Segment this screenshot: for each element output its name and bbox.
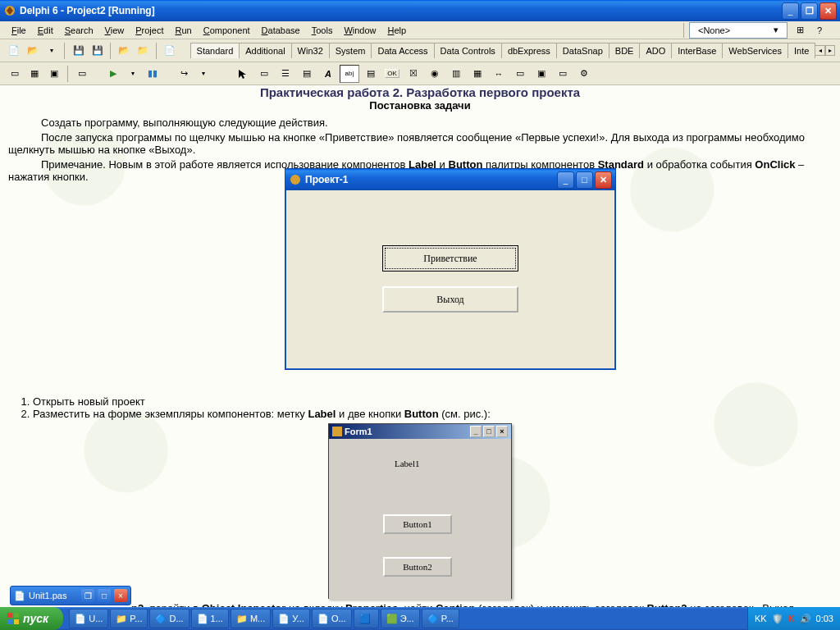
checkbox-icon[interactable]: ☒	[404, 65, 423, 83]
unit1-max-button[interactable]: □	[98, 589, 111, 602]
menu-tools[interactable]: Tools	[307, 24, 338, 37]
menu-search[interactable]: Search	[60, 24, 98, 37]
task-item-6[interactable]: 📄O...	[312, 609, 352, 628]
toggle-form-unit-button[interactable]: ▣	[45, 65, 63, 83]
task-item-7[interactable]: 🟦	[354, 609, 379, 628]
unit1-close-button[interactable]: ×	[114, 589, 127, 602]
unit1-minimized-tab[interactable]: 📄 Unit1.pas ❐ □ ×	[10, 586, 131, 605]
form1-label1[interactable]: Label1	[395, 459, 420, 468]
tab-datacontrols[interactable]: Data Controls	[434, 43, 502, 58]
task-item-2[interactable]: 🔷D...	[149, 609, 189, 628]
task-item-8[interactable]: 🟩Э...	[381, 609, 420, 628]
running-max-button[interactable]: □	[576, 171, 593, 189]
tab-ado[interactable]: ADO	[639, 43, 672, 58]
tray-icon-3[interactable]: 🔊	[800, 614, 811, 624]
tab-dbexpress[interactable]: dbExpress	[501, 43, 557, 58]
new-button[interactable]: 📄	[6, 42, 23, 60]
tabs-scroll-right[interactable]: ▸	[825, 45, 835, 56]
tab-additional[interactable]: Additional	[239, 43, 291, 58]
tray-icon-1[interactable]: 🛡️	[772, 614, 783, 624]
edit-icon[interactable]: ab|	[340, 65, 359, 83]
language-indicator[interactable]: KK	[755, 614, 767, 623]
task-item-3[interactable]: 📄1...	[191, 609, 229, 628]
menu-database[interactable]: Database	[257, 24, 305, 37]
task-item-0[interactable]: 📄U...	[69, 609, 108, 628]
restore-button[interactable]: ❐	[801, 2, 818, 20]
start-button[interactable]: пуск	[0, 607, 63, 630]
run-dropdown[interactable]: ▾	[124, 65, 142, 83]
window-layout-icon[interactable]: ⊞	[792, 23, 807, 38]
tab-webservices[interactable]: WebServices	[722, 43, 788, 58]
radiogroup-icon[interactable]: ▣	[532, 65, 551, 83]
pause-button[interactable]: ▮▮	[144, 65, 162, 83]
memo-icon[interactable]: ▤	[361, 65, 381, 83]
task-item-5[interactable]: 📄У...	[272, 609, 310, 628]
menu-run[interactable]: Run	[171, 24, 197, 37]
open-button[interactable]: 📂	[25, 42, 42, 60]
form1-button1[interactable]: Button1	[383, 514, 452, 534]
exit-button[interactable]: Выход	[382, 286, 518, 313]
step-dropdown[interactable]: ▾	[194, 65, 212, 83]
running-min-button[interactable]: _	[557, 171, 574, 189]
remove-file-button[interactable]: 📄	[162, 42, 179, 60]
button-icon[interactable]: OK	[382, 65, 402, 83]
run-button[interactable]: ▶	[104, 65, 122, 83]
label-icon[interactable]: A	[318, 65, 338, 83]
menu-edit[interactable]: Edit	[33, 24, 58, 37]
menu-project[interactable]: Project	[130, 24, 168, 37]
form1-close-button[interactable]: ×	[496, 426, 508, 437]
tab-bde[interactable]: BDE	[609, 43, 641, 58]
menu-view[interactable]: View	[100, 24, 130, 37]
task-item-4[interactable]: 📁M...	[231, 609, 271, 628]
tab-interbase[interactable]: InterBase	[671, 43, 723, 58]
menu-window[interactable]: Window	[339, 24, 381, 37]
help-icon[interactable]: ?	[812, 23, 827, 38]
add-file-button[interactable]: 📁	[135, 42, 152, 60]
task-item-1[interactable]: 📁P...	[110, 609, 148, 628]
panel-icon[interactable]: ▭	[553, 65, 573, 83]
tabs-scroll-left[interactable]: ◂	[815, 45, 824, 56]
running-form-titlebar[interactable]: Проект-1 _ □ ✕	[285, 169, 615, 190]
form1-button2[interactable]: Button2	[383, 557, 452, 577]
tab-win32[interactable]: Win32	[291, 43, 330, 58]
pointer-icon[interactable]	[233, 65, 253, 83]
tab-system[interactable]: System	[329, 43, 372, 58]
clock[interactable]: 0:03	[816, 614, 833, 623]
tab-dataaccess[interactable]: Data Access	[371, 43, 434, 58]
menu-file[interactable]: File	[7, 24, 31, 37]
open-dropdown[interactable]: ▾	[43, 42, 61, 60]
form1-min-button[interactable]: _	[470, 426, 482, 437]
running-close-button[interactable]: ✕	[595, 171, 612, 189]
form1-max-button[interactable]: □	[483, 426, 495, 437]
unit1-restore-button[interactable]: ❐	[81, 589, 94, 602]
tab-inte[interactable]: Inte	[788, 43, 815, 58]
minimize-button[interactable]: _	[782, 2, 799, 20]
save-button[interactable]: 💾	[70, 42, 87, 60]
tray-icon-2[interactable]: K	[788, 614, 795, 623]
actionlist-icon[interactable]: ⚙	[574, 65, 594, 83]
tab-datasnap[interactable]: DataSnap	[556, 43, 609, 58]
listbox-icon[interactable]: ▥	[446, 65, 466, 83]
new-form-button[interactable]: ▭	[73, 65, 91, 83]
palette-tabs: Standard Additional Win32 System Data Ac…	[190, 43, 815, 58]
config-combo[interactable]: <None>▾	[689, 22, 788, 39]
menu-component[interactable]: Component	[199, 24, 255, 37]
tab-standard[interactable]: Standard	[190, 43, 240, 58]
task-item-9[interactable]: 🔷P...	[422, 609, 459, 628]
radio-icon[interactable]: ◉	[425, 65, 445, 83]
view-form-button[interactable]: ▭	[6, 65, 24, 83]
menubar: File Edit Search View Project Run Compon…	[0, 21, 840, 39]
popupmenu-icon[interactable]: ▤	[297, 65, 317, 83]
scrollbar-icon[interactable]: ↔	[489, 65, 509, 83]
view-unit-button[interactable]: ▦	[25, 65, 43, 83]
step-button[interactable]: ↪	[175, 65, 193, 83]
saveall-button[interactable]: 💾	[89, 42, 106, 60]
frames-icon[interactable]: ▭	[254, 65, 274, 83]
open-project-button[interactable]: 📂	[116, 42, 133, 60]
greeting-button[interactable]: Приветствие	[382, 245, 518, 272]
close-button[interactable]: ✕	[819, 2, 837, 20]
groupbox-icon[interactable]: ▭	[510, 65, 530, 83]
mainmenu-icon[interactable]: ☰	[276, 65, 295, 83]
combobox-icon[interactable]: ▦	[468, 65, 487, 83]
menu-help[interactable]: Help	[383, 24, 412, 37]
